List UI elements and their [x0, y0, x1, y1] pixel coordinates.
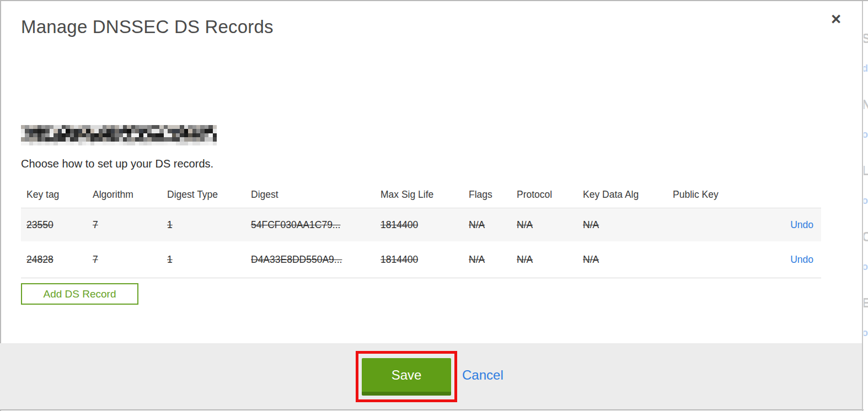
redaction-pixel: [33, 125, 37, 129]
redaction-pixel: [135, 142, 139, 145]
column-header-algorithm: Algorithm: [93, 189, 167, 201]
background-letter: C: [864, 230, 868, 245]
redaction-pixel: [78, 137, 82, 141]
background-page-strip: SdNoLoCoEo: [864, 1, 868, 409]
ds-records-table: Key tag Algorithm Digest Type Digest Max…: [21, 182, 821, 278]
redaction-pixel: [159, 133, 163, 137]
red-highlight-annotation: [356, 351, 457, 402]
cell-digest: 54FCF030AA1C79...: [251, 219, 381, 231]
redaction-pixel: [41, 129, 45, 133]
table-row: 23550 7 1 54FCF030AA1C79... 1814400 N/A …: [21, 208, 821, 241]
close-icon[interactable]: ×: [827, 10, 845, 29]
redaction-pixel: [82, 129, 86, 133]
redaction-pixel: [168, 133, 172, 137]
redaction-pixel: [53, 129, 57, 133]
table-row: 24828 7 1 D4A33E8DD550A9... 1814400 N/A …: [21, 241, 821, 278]
redaction-pixel: [99, 129, 103, 133]
modal-right-edge-divider: [862, 1, 863, 411]
redaction-pixel: [41, 125, 45, 129]
redaction-pixel: [50, 137, 53, 141]
redaction-pixel: [106, 125, 110, 129]
redaction-pixel: [82, 137, 86, 141]
redaction-pixel: [37, 142, 41, 145]
redaction-pixel: [205, 133, 208, 137]
redaction-pixel: [37, 133, 41, 137]
redaction-pixel: [147, 137, 151, 141]
redaction-pixel: [196, 125, 200, 129]
redaction-pixel: [90, 142, 94, 145]
redaction-pixel: [119, 142, 123, 145]
redaction-pixel: [53, 133, 57, 137]
redaction-pixel: [45, 142, 49, 145]
redaction-pixel: [184, 133, 188, 137]
redaction-pixel: [66, 129, 69, 133]
redaction-pixel: [33, 129, 37, 133]
redaction-pixel: [45, 133, 49, 137]
redaction-pixel: [115, 137, 119, 141]
redaction-pixel: [127, 129, 131, 133]
redaction-pixel: [192, 137, 196, 141]
redaction-pixel: [66, 125, 69, 129]
redaction-pixel: [205, 137, 208, 141]
redaction-pixel: [78, 125, 82, 129]
redaction-pixel: [164, 125, 168, 129]
redaction-pixel: [196, 137, 200, 141]
redaction-pixel: [25, 142, 29, 145]
redaction-pixel: [147, 125, 151, 129]
redaction-pixel: [94, 133, 98, 137]
redaction-pixel: [135, 125, 139, 129]
column-header-key-tag: Key tag: [26, 189, 93, 201]
redaction-pixel: [119, 137, 123, 141]
redaction-pixel: [21, 125, 25, 129]
redaction-pixel: [188, 137, 192, 141]
cell-protocol: N/A: [517, 254, 583, 266]
redaction-pixel: [135, 133, 139, 137]
redaction-pixel: [147, 142, 151, 145]
add-ds-record-button[interactable]: Add DS Record: [21, 283, 138, 305]
redaction-pixel: [111, 142, 115, 145]
redaction-pixel: [159, 137, 163, 141]
cell-algorithm: 7: [93, 219, 167, 231]
redaction-pixel: [176, 133, 180, 137]
redaction-pixel: [119, 133, 123, 137]
redaction-pixel: [119, 129, 123, 133]
undo-link[interactable]: Undo: [790, 254, 813, 265]
redaction-pixel: [131, 129, 135, 133]
redaction-pixel: [25, 137, 29, 141]
redaction-pixel: [123, 142, 127, 145]
modal-title: Manage DNSSEC DS Records: [21, 17, 274, 37]
redaction-pixel: [45, 129, 49, 133]
cell-max-sig-life: 1814400: [381, 219, 469, 231]
undo-link[interactable]: Undo: [790, 219, 813, 230]
redaction-pixel: [41, 133, 45, 137]
redaction-pixel: [99, 142, 103, 145]
redaction-pixel: [143, 125, 147, 129]
redaction-pixel: [180, 129, 184, 133]
instruction-text: Choose how to set up your DS records.: [21, 158, 213, 170]
redaction-pixel: [208, 133, 212, 137]
redaction-pixel: [188, 125, 192, 129]
redaction-pixel: [82, 125, 86, 129]
redaction-pixel: [62, 137, 66, 141]
redaction-pixel: [21, 137, 25, 141]
redaction-pixel: [70, 142, 74, 145]
page-border-top: [0, 0, 868, 1]
redaction-pixel: [143, 142, 147, 145]
redaction-pixel: [180, 125, 184, 129]
redaction-pixel: [86, 129, 90, 133]
redaction-pixel: [103, 142, 106, 145]
redaction-pixel: [103, 129, 106, 133]
redaction-pixel: [172, 137, 176, 141]
redaction-pixel: [192, 142, 196, 145]
redaction-pixel: [50, 142, 53, 145]
redaction-pixel: [33, 137, 37, 141]
cancel-link[interactable]: Cancel: [462, 367, 503, 383]
redaction-pixel: [159, 125, 163, 129]
redaction-pixel: [156, 142, 159, 145]
redaction-pixel: [90, 133, 94, 137]
redaction-pixel: [70, 133, 74, 137]
redaction-pixel: [78, 129, 82, 133]
redaction-pixel: [90, 129, 94, 133]
redaction-pixel: [176, 125, 180, 129]
redaction-pixel: [156, 133, 159, 137]
